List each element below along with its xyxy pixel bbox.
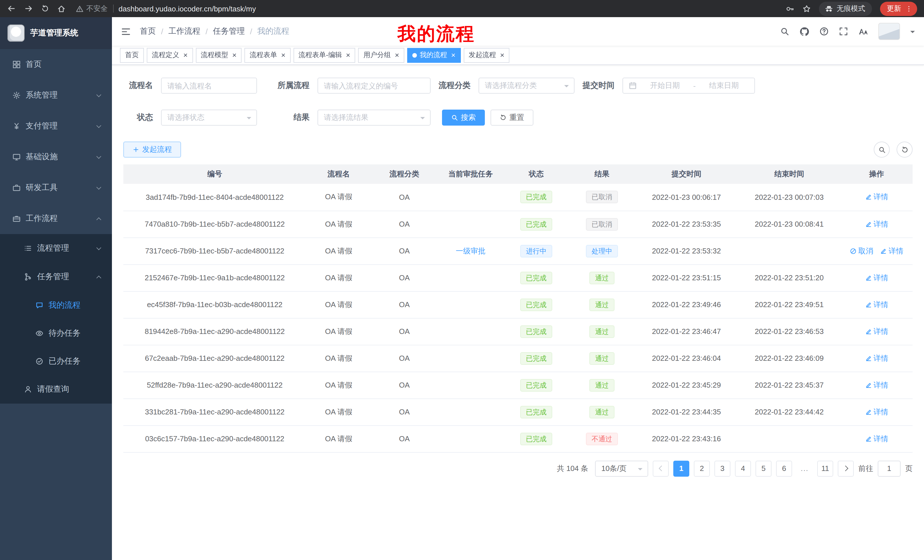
page-size-select[interactable]: 10条/页 — [595, 460, 648, 476]
avatar[interactable] — [878, 23, 900, 40]
tab-start-process[interactable]: 发起流程× — [464, 48, 509, 63]
detail-link[interactable]: 详情 — [865, 434, 888, 444]
page-button-3[interactable]: 3 — [714, 460, 730, 476]
sidebar-item-payment[interactable]: 支付管理 — [0, 111, 112, 142]
result-badge: 通过 — [590, 352, 615, 364]
total-count: 共 104 条 — [557, 463, 588, 473]
column-header-category: 流程分类 — [371, 165, 438, 184]
detail-link[interactable]: 详情 — [865, 219, 888, 229]
tab-process-form-edit[interactable]: 流程表单-编辑× — [294, 48, 356, 63]
sidebar-item-workflow[interactable]: 工作流程 — [0, 203, 112, 234]
detail-link[interactable]: 详情 — [865, 273, 888, 283]
page-button-1[interactable]: 1 — [673, 460, 689, 476]
close-icon[interactable]: × — [500, 51, 504, 59]
key-icon[interactable] — [786, 4, 794, 13]
address-bar[interactable]: 不安全 dashboard.yudao.iocoder.cn/bpm/task/… — [76, 4, 778, 13]
hamburger-icon[interactable] — [121, 27, 131, 36]
breadcrumb-item-home[interactable]: 首页 — [140, 26, 156, 36]
detail-link[interactable]: 详情 — [865, 299, 888, 310]
process-name-input[interactable] — [161, 78, 257, 94]
goto-page-input[interactable] — [878, 460, 901, 476]
bookmark-star-icon[interactable] — [802, 4, 811, 13]
prev-page-button[interactable] — [653, 460, 669, 476]
edit-icon — [865, 274, 872, 281]
detail-link[interactable]: 详情 — [865, 326, 888, 337]
main-area: 首页 / 工作流程 / 任务管理 / 我的流程 — [112, 17, 924, 560]
fullscreen-icon[interactable] — [839, 27, 848, 36]
close-icon[interactable]: × — [281, 51, 285, 59]
task-link[interactable]: 一级审批 — [456, 246, 485, 256]
browser-update-button[interactable]: 更新 — [880, 1, 917, 16]
page-button-5[interactable]: 5 — [756, 460, 771, 476]
font-size-icon[interactable] — [858, 27, 868, 36]
cell-result: 通过 — [569, 264, 635, 291]
breadcrumb-item-workflow[interactable]: 工作流程 — [168, 26, 201, 36]
url-text[interactable]: dashboard.yudao.iocoder.cn/bpm/task/my — [118, 4, 256, 13]
tab-my-process[interactable]: 我的流程× — [407, 48, 460, 63]
reset-button[interactable]: 重置 — [490, 109, 533, 126]
process-name-input-field[interactable] — [167, 81, 251, 90]
next-page-button[interactable] — [838, 460, 854, 476]
close-icon[interactable]: × — [232, 51, 236, 59]
breadcrumb-item-task-manage[interactable]: 任务管理 — [213, 26, 245, 36]
sidebar-item-process-manage[interactable]: 流程管理 — [0, 234, 112, 263]
tab-process-definition[interactable]: 流程定义× — [147, 48, 193, 63]
security-warning[interactable]: 不安全 — [76, 4, 108, 13]
sidebar-item-task-manage[interactable]: 任务管理 — [0, 263, 112, 291]
sidebar-item-infrastructure[interactable]: 基础设施 — [0, 142, 112, 172]
cell-current-task — [438, 184, 504, 211]
detail-link[interactable]: 详情 — [865, 407, 888, 417]
tab-home[interactable]: 首页 — [120, 48, 144, 63]
sidebar-item-my-process[interactable]: 我的流程 — [0, 291, 112, 319]
sidebar-item-dev-tools[interactable]: 研发工具 — [0, 172, 112, 203]
search-button[interactable]: 搜索 — [442, 109, 485, 126]
tab-user-group[interactable]: 用户分组× — [358, 48, 404, 63]
detail-link[interactable]: 详情 — [865, 380, 888, 390]
chevron-down-icon — [96, 245, 101, 250]
browser-home-icon[interactable] — [57, 4, 66, 13]
create-process-button[interactable]: 发起流程 — [123, 142, 181, 157]
process-def-input-field[interactable] — [324, 81, 424, 90]
sidebar-item-done-task[interactable]: 已办任务 — [0, 347, 112, 375]
header-search-icon[interactable] — [780, 27, 789, 36]
docs-question-icon[interactable] — [819, 27, 829, 36]
page-button-4[interactable]: 4 — [735, 460, 751, 476]
process-def-input[interactable] — [318, 78, 430, 94]
status-select[interactable]: 请选择状态 — [161, 109, 257, 126]
github-icon[interactable] — [800, 27, 809, 36]
page-button-11[interactable]: 11 — [817, 460, 833, 476]
page-button-6[interactable]: 6 — [776, 460, 792, 476]
detail-link[interactable]: 详情 — [865, 353, 888, 363]
close-icon[interactable]: × — [346, 51, 350, 59]
detail-link[interactable]: 详情 — [880, 246, 903, 256]
close-icon[interactable]: × — [451, 51, 455, 59]
sidebar-item-home[interactable]: 首页 — [0, 49, 112, 80]
detail-link[interactable]: 详情 — [865, 192, 888, 202]
page-button-...[interactable]: ... — [796, 460, 813, 476]
sidebar: 芋道管理系统 首页系统管理支付管理基础设施研发工具工作流程流程管理任务管理我的流… — [0, 17, 112, 560]
close-icon[interactable]: × — [395, 51, 399, 59]
browser-reload-icon[interactable] — [41, 4, 49, 13]
category-select[interactable]: 请选择流程分类 — [478, 78, 574, 94]
browser-forward-icon[interactable] — [24, 4, 33, 13]
tab-process-form[interactable]: 流程表单× — [244, 48, 290, 63]
cell-submit-time: 2022-01-22 23:44:35 — [635, 398, 738, 425]
browser-back-icon[interactable] — [7, 4, 16, 13]
action-label: 详情 — [873, 353, 888, 363]
close-icon[interactable]: × — [183, 51, 188, 59]
tab-process-model[interactable]: 流程模型× — [196, 48, 242, 63]
sidebar-item-system[interactable]: 系统管理 — [0, 80, 112, 111]
sidebar-item-leave-query[interactable]: 请假查询 — [0, 375, 112, 404]
caret-down-icon[interactable] — [910, 31, 915, 35]
refresh-table-button[interactable] — [897, 142, 913, 157]
toggle-search-button[interactable] — [874, 142, 890, 157]
cell-end-time — [738, 425, 841, 452]
sidebar-item-todo-task[interactable]: 待办任务 — [0, 319, 112, 347]
submit-time-range[interactable]: 开始日期 - 结束日期 — [622, 78, 755, 94]
page-button-2[interactable]: 2 — [694, 460, 710, 476]
row-actions: 详情 — [865, 380, 888, 390]
cancel-link[interactable]: 取消 — [850, 246, 873, 256]
browser-menu-dots-icon[interactable] — [905, 5, 913, 12]
chevron-down-icon — [247, 117, 251, 121]
result-select[interactable]: 请选择流结果 — [318, 109, 430, 126]
